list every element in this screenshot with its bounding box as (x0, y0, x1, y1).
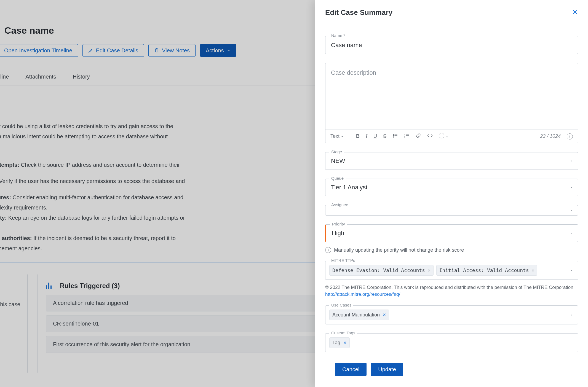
strike-icon[interactable]: S (383, 133, 386, 139)
priority-select[interactable]: Priority High (325, 224, 578, 242)
actions-button[interactable]: Actions (200, 44, 236, 57)
page-title: Case name (4, 25, 54, 36)
caret-down-icon (570, 231, 573, 235)
svg-point-6 (393, 137, 394, 138)
caret-down-icon (570, 313, 573, 317)
tab-timeline[interactable]: eline (0, 74, 9, 80)
mitre-faq-link[interactable]: http://attack.mitre.org/resources/faq/ (325, 292, 400, 297)
close-icon (572, 9, 578, 15)
tab-attachments[interactable]: Attachments (25, 74, 56, 80)
char-counter: 23 / 1024 (540, 133, 561, 139)
editor-toolbar: Text B I U S 123 23 / 1024 i (325, 129, 578, 143)
assignee-select[interactable]: Assignee (325, 205, 578, 216)
underline-icon[interactable]: U (373, 133, 377, 139)
open-timeline-button[interactable]: Open Investigation Timeline (0, 44, 78, 57)
svg-point-5 (393, 135, 394, 136)
update-button[interactable]: Update (371, 363, 403, 376)
ordered-list-icon[interactable]: 123 (404, 133, 410, 140)
name-field[interactable]: Name * (325, 36, 578, 54)
chevron-down-icon (227, 49, 231, 52)
rules-title: Rules Triggered (3) (60, 282, 120, 290)
rules-icon (46, 283, 52, 289)
italic-icon[interactable]: I (366, 133, 367, 139)
info-icon: i (325, 247, 331, 253)
queue-select[interactable]: Queue Tier 1 Analyst (325, 179, 578, 196)
svg-rect-0 (156, 49, 158, 52)
shape-icon[interactable] (439, 133, 448, 140)
svg-text:3: 3 (404, 136, 405, 138)
view-notes-button[interactable]: View Notes (148, 44, 196, 57)
drawer-title: Edit Case Summary (325, 8, 392, 17)
ttps-select[interactable]: MITRE TTPs Defense Evasion: Valid Accoun… (325, 261, 578, 280)
caret-down-icon (570, 208, 573, 212)
usecase-chip: Account Manipulation✕ (329, 310, 389, 320)
caret-down-icon (570, 268, 573, 272)
mini-line: ated with this case (0, 300, 22, 308)
caret-down-icon (570, 159, 573, 163)
pencil-icon (88, 48, 93, 53)
edit-case-drawer: Edit Case Summary Name * Case descriptio… (315, 0, 588, 387)
link-icon[interactable] (416, 133, 421, 140)
svg-point-4 (393, 134, 394, 135)
bold-icon[interactable]: B (356, 133, 360, 139)
priority-note: i Manually updating the priority will no… (325, 247, 578, 253)
description-placeholder[interactable]: Case description (325, 63, 578, 129)
mitre-legal: © 2022 The MITRE Corporation. This work … (325, 284, 578, 298)
code-icon[interactable] (427, 133, 433, 140)
chip-remove[interactable]: ✕ (532, 268, 534, 273)
side-mini-card: ated with this case (0, 274, 28, 373)
bullet-list-icon[interactable] (392, 133, 398, 140)
info-icon[interactable]: i (567, 133, 573, 139)
clipboard-icon (154, 48, 159, 53)
stage-select[interactable]: Stage NEW (325, 152, 578, 170)
ttp-chip: Initial Access: Valid Accounts✕ (436, 265, 538, 276)
chip-remove[interactable]: ✕ (343, 340, 347, 345)
caret-down-icon (570, 186, 573, 189)
ttp-chip: Defense Evasion: Valid Accounts✕ (329, 265, 434, 276)
tag-chip: Tag✕ (329, 337, 350, 348)
cancel-button[interactable]: Cancel (335, 363, 367, 376)
edit-case-button[interactable]: Edit Case Details (82, 44, 144, 57)
tags-field[interactable]: Custom Tags Tag✕ (325, 333, 578, 352)
chip-remove[interactable]: ✕ (383, 312, 386, 318)
usecases-select[interactable]: Use Cases Account Manipulation✕ (325, 305, 578, 324)
text-style-select[interactable]: Text (330, 133, 344, 139)
description-field[interactable]: Case description Text B I U S 123 23 / 1… (325, 63, 578, 143)
name-input[interactable] (325, 36, 578, 54)
close-button[interactable] (572, 9, 578, 16)
svg-rect-1 (156, 49, 157, 49)
tab-history[interactable]: History (73, 74, 90, 80)
chip-remove[interactable]: ✕ (428, 268, 431, 273)
